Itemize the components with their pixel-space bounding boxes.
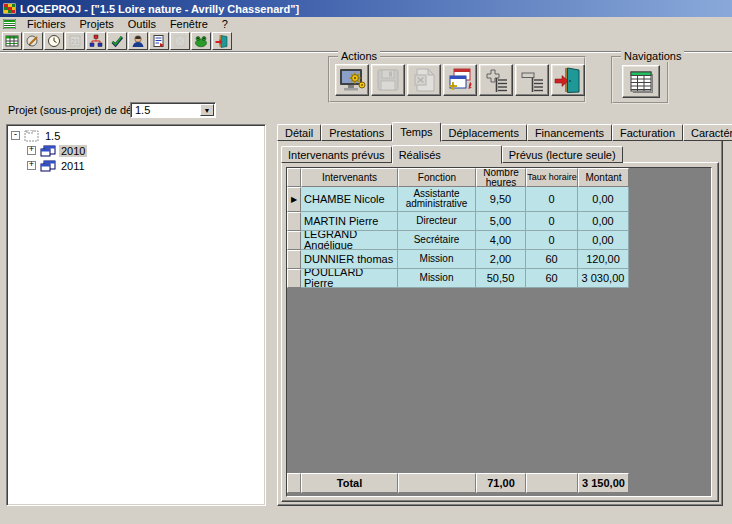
cell-taux-horaire[interactable]: 0: [526, 231, 578, 250]
column-header-taux-horaire: Taux horaire: [526, 168, 578, 187]
user-icon: [131, 34, 145, 48]
cell-montant[interactable]: 0,00: [578, 187, 629, 212]
cell-fonction[interactable]: Secrétaire: [398, 231, 476, 250]
table-row[interactable]: MARTIN Pierre Directeur 5,00 0 0,00: [287, 212, 711, 231]
cell-montant[interactable]: 0,00: [578, 212, 629, 231]
subtab-prevus-lecture-seule[interactable]: Prévus (lecture seule): [502, 146, 623, 163]
action-process-button[interactable]: [335, 64, 369, 96]
cell-montant[interactable]: 3 030,00: [578, 269, 629, 288]
toolbar-extra-button: [170, 32, 190, 50]
cell-intervenant[interactable]: CHAMBE Nicole: [301, 187, 398, 212]
save-icon: [373, 66, 403, 94]
menu-help[interactable]: ?: [215, 17, 235, 31]
cell-intervenant[interactable]: LEGRAND Angélique: [301, 231, 398, 250]
tree-node-root[interactable]: - 1.5: [11, 128, 265, 143]
toolbar-exit-button[interactable]: [212, 32, 232, 50]
row-selector[interactable]: [287, 250, 301, 269]
table-row[interactable]: LEGRAND Angélique Secrétaire 4,00 0 0,00: [287, 231, 711, 250]
toolbar-edit-button[interactable]: [23, 32, 43, 50]
toolbar-table-button[interactable]: [2, 32, 22, 50]
toolbar-user-button[interactable]: [128, 32, 148, 50]
expand-toggle-icon[interactable]: +: [27, 161, 36, 170]
blank-icon: [173, 34, 187, 48]
cell-intervenant[interactable]: POULLARD Pierre: [301, 269, 398, 288]
tab-deplacements[interactable]: Déplacements: [441, 124, 527, 141]
window-title: LOGEPROJ - ["1.5 Loire nature - Avrilly …: [20, 3, 299, 15]
row-selector[interactable]: [287, 231, 301, 250]
menu-projets[interactable]: Projets: [73, 17, 121, 31]
toolbar-frog-button[interactable]: [191, 32, 211, 50]
menu-outils[interactable]: Outils: [121, 17, 163, 31]
menu-fichiers[interactable]: Fichiers: [20, 17, 73, 31]
project-selector-combobox[interactable]: 1.5 ▼: [130, 102, 216, 118]
cell-intervenant[interactable]: DUNNIER thomas: [301, 250, 398, 269]
collapse-toggle-icon[interactable]: -: [11, 131, 20, 140]
cell-intervenant[interactable]: MARTIN Pierre: [301, 212, 398, 231]
cell-taux-horaire[interactable]: 60: [526, 250, 578, 269]
tree-node-label[interactable]: 2010: [59, 145, 87, 157]
table-row[interactable]: DUNNIER thomas Mission 2,00 60 120,00: [287, 250, 711, 269]
cell-nombre-heures[interactable]: 50,50: [476, 269, 526, 288]
row-selector[interactable]: ▶: [287, 187, 301, 212]
cell-nombre-heures[interactable]: 4,00: [476, 231, 526, 250]
tree-node-label[interactable]: 1.5: [43, 130, 62, 142]
realises-subpage: Intervenants Fonction Nombre heures Taux…: [281, 162, 719, 502]
tree-node-2010[interactable]: + 2010: [11, 143, 265, 158]
toolbar-validate-button[interactable]: [107, 32, 127, 50]
cell-montant[interactable]: 0,00: [578, 231, 629, 250]
subtab-intervenants-prevus[interactable]: Intervenants prévus: [281, 146, 392, 163]
tab-facturation[interactable]: Facturation: [612, 124, 683, 141]
tree-node-2011[interactable]: + 2011: [11, 158, 265, 173]
tab-prestations[interactable]: Prestations: [321, 124, 392, 141]
cell-nombre-heures[interactable]: 2,00: [476, 250, 526, 269]
column-header-fonction: Fonction: [398, 168, 476, 187]
svg-text:21: 21: [71, 38, 79, 45]
toolbar-clock-button[interactable]: [44, 32, 64, 50]
tab-detail[interactable]: Détail: [277, 124, 321, 141]
tree-node-label[interactable]: 2011: [59, 160, 87, 172]
cell-nombre-heures[interactable]: 9,50: [476, 187, 526, 212]
cell-taux-horaire[interactable]: 60: [526, 269, 578, 288]
cell-montant[interactable]: 120,00: [578, 250, 629, 269]
tab-caracteristiques[interactable]: Caractéristiques: [683, 124, 732, 141]
action-add-line-button[interactable]: [479, 64, 513, 96]
frog-icon: [194, 34, 208, 48]
mdi-child-system-icon[interactable]: [3, 19, 16, 29]
cell-taux-horaire[interactable]: 0: [526, 212, 578, 231]
row-selector[interactable]: [287, 269, 301, 288]
row-selector[interactable]: [287, 212, 301, 231]
project-tree: - 1.5 + 2010 +: [6, 124, 266, 506]
table-row[interactable]: POULLARD Pierre Mission 50,50 60 3 030,0…: [287, 269, 711, 288]
toolbar-structure-button[interactable]: [86, 32, 106, 50]
cell-nombre-heures[interactable]: 5,00: [476, 212, 526, 231]
remove-line-icon: [517, 66, 547, 94]
action-new-window-button[interactable]: [443, 64, 477, 96]
navigation-table-button[interactable]: [622, 65, 660, 98]
action-remove-line-button[interactable]: [515, 64, 549, 96]
intervenants-grid: Intervenants Fonction Nombre heures Taux…: [286, 167, 712, 497]
cell-fonction[interactable]: Mission: [398, 269, 476, 288]
cell-taux-horaire[interactable]: 0: [526, 187, 578, 212]
grid-header-row: Intervenants Fonction Nombre heures Taux…: [287, 168, 711, 187]
cell-fonction[interactable]: Assistante administrative: [398, 187, 476, 212]
main-toolbar: 21: [0, 31, 732, 52]
chevron-down-icon[interactable]: ▼: [200, 104, 214, 116]
total-label: Total: [301, 473, 398, 493]
menu-fenetre[interactable]: Fenêtre: [163, 17, 215, 31]
main-tabstrip: Détail Prestations Temps Déplacements Fi…: [277, 121, 732, 141]
total-taux-horaire-cell: [526, 473, 578, 493]
tab-temps[interactable]: Temps: [392, 122, 440, 142]
cell-fonction[interactable]: Directeur: [398, 212, 476, 231]
app-logo-icon: [3, 3, 16, 14]
temps-tabpage: Intervenants prévus Réalisés Prévus (lec…: [277, 140, 723, 506]
table-row[interactable]: ▶ CHAMBE Nicole Assistante administrativ…: [287, 187, 711, 212]
sitemap-icon: [89, 34, 103, 48]
subtab-realises[interactable]: Réalisés: [392, 145, 502, 164]
cell-fonction[interactable]: Mission: [398, 250, 476, 269]
expand-toggle-icon[interactable]: +: [27, 146, 36, 155]
action-exit-button[interactable]: [551, 64, 585, 96]
menu-bar: Fichiers Projets Outils Fenêtre ?: [0, 17, 732, 31]
tab-financements[interactable]: Financements: [527, 124, 612, 141]
subproject-icon: [40, 145, 56, 157]
toolbar-report-button[interactable]: [149, 32, 169, 50]
